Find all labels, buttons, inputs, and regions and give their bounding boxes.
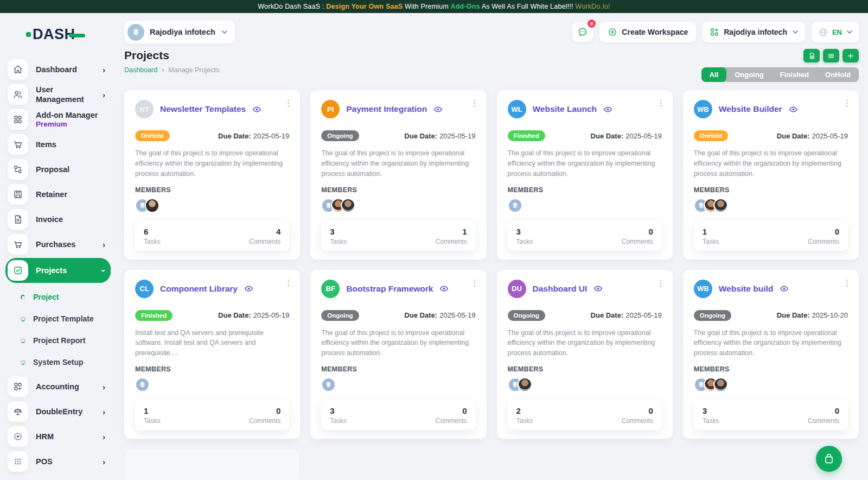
sidebar-item-user-management[interactable]: User Management › xyxy=(5,82,111,107)
project-card: PI Payment Integration ⋮ Ongoing Due Dat… xyxy=(310,90,486,260)
card-stats: 3Tasks 1Comments xyxy=(321,220,475,251)
eye-icon[interactable] xyxy=(433,106,443,113)
members-avatars xyxy=(508,198,662,213)
project-title-link[interactable]: Component Library xyxy=(160,284,238,294)
tasks-label: Tasks xyxy=(144,417,161,425)
tasks-count: 1 xyxy=(703,227,719,236)
sidebar-item-label: User Management xyxy=(36,85,103,104)
sidebar-item-invoice[interactable]: Invoice xyxy=(5,207,111,232)
comments-count: 0 xyxy=(622,227,653,236)
filter-all[interactable]: All xyxy=(701,67,727,82)
sidebar-item-doubleentry[interactable]: DoubleEntry › xyxy=(5,399,111,424)
project-title-link[interactable]: Bootstrap Framework xyxy=(346,284,433,294)
notification-badge: 0 xyxy=(588,20,596,28)
tasks-label: Tasks xyxy=(516,417,533,425)
sidebar-item-addon-manager[interactable]: Add-on ManagerPremium xyxy=(5,107,111,132)
workspace-selector[interactable]: Rajodiya infotech xyxy=(124,21,235,43)
sidebar-item-label: DoubleEntry xyxy=(36,407,103,416)
messenger-button[interactable]: 0 xyxy=(572,22,593,42)
more-menu-icon[interactable]: ⋮ xyxy=(843,99,851,107)
shop-fab-button[interactable] xyxy=(816,446,842,472)
project-title-link[interactable]: Website Launch xyxy=(533,104,597,114)
list-view-button[interactable] xyxy=(823,49,839,62)
banner-link-workdo[interactable]: WorkDo.Io! xyxy=(575,3,610,10)
workspace-switcher[interactable]: Rajodiya infotech xyxy=(703,22,805,42)
eye-icon[interactable] xyxy=(780,285,789,292)
sidebar-item-projects[interactable]: Projects › xyxy=(5,258,111,283)
sidebar-item-items[interactable]: Items xyxy=(5,132,111,157)
users-icon xyxy=(8,84,28,105)
project-title-link[interactable]: Website build xyxy=(719,284,773,294)
breadcrumb-current: Manage Projects xyxy=(168,66,219,74)
filter-finished[interactable]: Finished xyxy=(772,67,817,82)
status-badge: Finished xyxy=(135,310,173,321)
project-title-link[interactable]: Payment Integration xyxy=(346,104,427,114)
comments-label: Comments xyxy=(808,417,839,425)
eye-icon[interactable] xyxy=(244,285,253,292)
status-badge: OnHold xyxy=(135,130,170,141)
sidebar-subitem-project-template[interactable]: Project Template xyxy=(5,308,111,330)
members-avatars xyxy=(508,377,662,392)
eye-icon[interactable] xyxy=(439,285,449,292)
more-menu-icon[interactable]: ⋮ xyxy=(284,279,292,287)
more-menu-icon[interactable]: ⋮ xyxy=(843,279,851,287)
sidebar-subitem-label: Project Template xyxy=(33,314,94,323)
banner-highlight-design: Design Your Own SaaS xyxy=(326,3,403,10)
project-title-link[interactable]: Newsletter Templates xyxy=(160,104,246,114)
card-stats: 3Tasks 0Comments xyxy=(694,400,848,430)
create-workspace-button[interactable]: Create Workspace xyxy=(599,22,696,42)
sidebar-subitem-label: System Setup xyxy=(33,358,84,367)
top-header: Rajodiya infotech 0 Create Workspace Raj… xyxy=(124,21,859,43)
app-logo[interactable]: DASH xyxy=(26,26,111,43)
eye-icon[interactable] xyxy=(593,285,603,292)
project-title-link[interactable]: Dashboard UI xyxy=(533,284,588,294)
project-title-link[interactable]: Website Builder xyxy=(719,104,782,114)
project-card: WB Website Builder ⋮ OnHold Due Date:202… xyxy=(683,90,859,260)
copy-template-button[interactable] xyxy=(803,49,820,62)
members-avatars xyxy=(694,377,848,392)
sidebar-item-proposal[interactable]: Proposal xyxy=(5,157,111,182)
sidebar-item-retainer[interactable]: Retainer xyxy=(5,182,111,207)
sidebar-item-hrm[interactable]: HRM › xyxy=(5,424,111,449)
project-avatar: CL xyxy=(135,280,154,298)
home-icon xyxy=(8,59,28,80)
sidebar-item-accounting[interactable]: Accounting › xyxy=(5,374,111,399)
more-menu-icon[interactable]: ⋮ xyxy=(657,279,665,287)
breadcrumb-dashboard-link[interactable]: Dashboard xyxy=(124,66,157,74)
sidebar-item-label: Retainer xyxy=(36,190,108,199)
chevron-down-icon: › xyxy=(99,269,108,272)
sidebar-item-dashboard[interactable]: Dashboard › xyxy=(5,57,111,82)
chevron-right-icon: › xyxy=(103,65,105,74)
filter-onhold[interactable]: OnHold xyxy=(817,67,859,82)
sidebar-subitem-system-setup[interactable]: System Setup xyxy=(5,351,111,373)
sidebar-item-label: Purchases xyxy=(36,239,103,249)
add-project-button[interactable] xyxy=(843,49,859,62)
more-menu-icon[interactable]: ⋮ xyxy=(284,99,292,107)
sidebar-subitem-project[interactable]: Project xyxy=(5,286,111,308)
more-menu-icon[interactable]: ⋮ xyxy=(471,99,479,107)
org-avatar xyxy=(135,377,150,392)
bullet-icon xyxy=(21,295,25,300)
tasks-label: Tasks xyxy=(516,238,533,245)
sidebar-item-purchases[interactable]: Purchases › xyxy=(5,232,111,257)
cart-icon xyxy=(8,234,28,255)
banner-text: WorkDo Dash SaaS : xyxy=(258,3,326,10)
eye-icon[interactable] xyxy=(789,106,798,113)
more-menu-icon[interactable]: ⋮ xyxy=(471,279,479,287)
workspace-avatar xyxy=(127,24,144,41)
eye-icon[interactable] xyxy=(252,106,261,113)
comments-count: 1 xyxy=(435,227,467,236)
more-menu-icon[interactable]: ⋮ xyxy=(657,99,665,107)
eye-icon[interactable] xyxy=(603,106,612,113)
status-badge: Ongoing xyxy=(321,310,359,321)
language-selector[interactable]: EN xyxy=(812,22,859,42)
org-avatar xyxy=(508,198,522,213)
sidebar-item-pos[interactable]: POS › xyxy=(5,449,111,474)
sidebar-subitem-project-report[interactable]: Project Report xyxy=(5,330,111,351)
cart-icon xyxy=(8,134,28,155)
bullet-icon xyxy=(21,360,25,365)
sidebar-item-label: Invoice xyxy=(36,214,108,224)
filter-ongoing[interactable]: Ongoing xyxy=(726,67,771,82)
sidebar-item-label: Items xyxy=(36,140,108,149)
projects-subnav: Project Project Template Project Report … xyxy=(5,284,111,374)
